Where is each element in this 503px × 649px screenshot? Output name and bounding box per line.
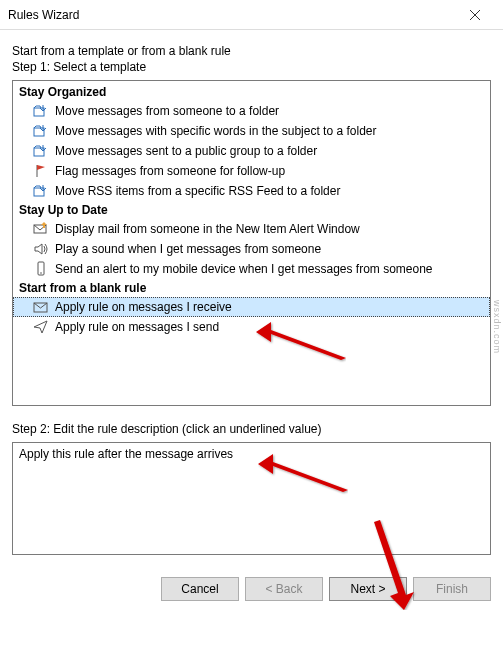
mobile-icon bbox=[33, 261, 49, 277]
step2-heading: Step 2: Edit the rule description (click… bbox=[12, 422, 491, 436]
list-item[interactable]: Move messages sent to a public group to … bbox=[13, 141, 490, 161]
rule-description-box[interactable]: Apply this rule after the message arrive… bbox=[12, 442, 491, 555]
list-item[interactable]: Play a sound when I get messages from so… bbox=[13, 239, 490, 259]
template-listbox[interactable]: Stay Organized Move messages from someon… bbox=[12, 80, 491, 406]
list-item-label: Display mail from someone in the New Ite… bbox=[55, 222, 360, 236]
list-item[interactable]: Move messages with specific words in the… bbox=[13, 121, 490, 141]
send-icon bbox=[33, 319, 49, 335]
list-item[interactable]: Flag messages from someone for follow-up bbox=[13, 161, 490, 181]
list-item-label: Apply rule on messages I send bbox=[55, 320, 219, 334]
finish-button: Finish bbox=[413, 577, 491, 601]
list-item[interactable]: Send an alert to my mobile device when I… bbox=[13, 259, 490, 279]
section-stay-up-to-date: Stay Up to Date bbox=[13, 201, 490, 219]
list-item-label: Move messages with specific words in the… bbox=[55, 124, 376, 138]
move-folder-icon bbox=[33, 143, 49, 159]
step1-heading: Start from a template or from a blank ru… bbox=[12, 44, 491, 58]
dialog-content: Start from a template or from a blank ru… bbox=[0, 30, 503, 565]
step1-subheading: Step 1: Select a template bbox=[12, 60, 491, 74]
sound-icon bbox=[33, 241, 49, 257]
list-item[interactable]: Move RSS items from a specific RSS Feed … bbox=[13, 181, 490, 201]
watermark: wsxdn.com bbox=[492, 300, 502, 354]
section-blank-rule: Start from a blank rule bbox=[13, 279, 490, 297]
envelope-icon bbox=[33, 299, 49, 315]
move-folder-icon bbox=[33, 183, 49, 199]
alert-mail-icon bbox=[33, 221, 49, 237]
back-button: < Back bbox=[245, 577, 323, 601]
list-item-send[interactable]: Apply rule on messages I send bbox=[13, 317, 490, 337]
close-icon bbox=[470, 10, 480, 20]
list-item-label: Move messages sent to a public group to … bbox=[55, 144, 317, 158]
list-item-label: Play a sound when I get messages from so… bbox=[55, 242, 321, 256]
titlebar: Rules Wizard bbox=[0, 0, 503, 30]
svg-point-9 bbox=[40, 272, 42, 274]
button-bar: Cancel < Back Next > Finish bbox=[0, 565, 503, 613]
move-folder-icon bbox=[33, 123, 49, 139]
move-folder-icon bbox=[33, 103, 49, 119]
list-item-label: Send an alert to my mobile device when I… bbox=[55, 262, 433, 276]
list-item[interactable]: Display mail from someone in the New Ite… bbox=[13, 219, 490, 239]
list-item-receive[interactable]: Apply rule on messages I receive bbox=[13, 297, 490, 317]
next-button[interactable]: Next > bbox=[329, 577, 407, 601]
rule-description-text: Apply this rule after the message arrive… bbox=[19, 447, 233, 461]
section-stay-organized: Stay Organized bbox=[13, 83, 490, 101]
list-item-label: Apply rule on messages I receive bbox=[55, 300, 232, 314]
list-item[interactable]: Move messages from someone to a folder bbox=[13, 101, 490, 121]
list-item-label: Flag messages from someone for follow-up bbox=[55, 164, 285, 178]
list-item-label: Move messages from someone to a folder bbox=[55, 104, 279, 118]
list-item-label: Move RSS items from a specific RSS Feed … bbox=[55, 184, 340, 198]
close-button[interactable] bbox=[455, 1, 495, 29]
flag-icon bbox=[33, 163, 49, 179]
cancel-button[interactable]: Cancel bbox=[161, 577, 239, 601]
window-title: Rules Wizard bbox=[8, 8, 455, 22]
